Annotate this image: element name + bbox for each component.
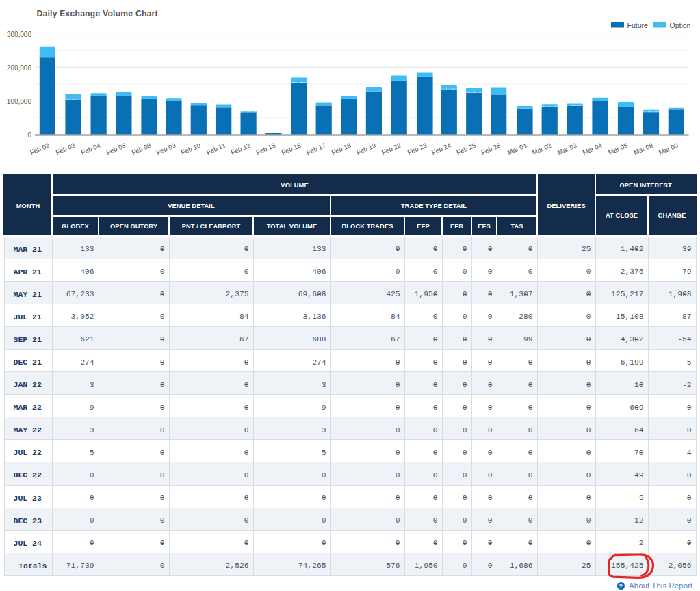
svg-text:Feb 15: Feb 15 bbox=[255, 142, 277, 157]
svg-text:Feb 08: Feb 08 bbox=[131, 142, 153, 157]
svg-text:Future: Future bbox=[627, 21, 649, 29]
svg-text:Feb 03: Feb 03 bbox=[55, 142, 77, 157]
svg-text:Feb 26: Feb 26 bbox=[480, 142, 502, 157]
svg-text:Feb 16: Feb 16 bbox=[281, 142, 302, 157]
svg-text:Feb 19: Feb 19 bbox=[355, 142, 377, 157]
svg-text:Mar 01: Mar 01 bbox=[506, 142, 528, 157]
svg-text:Option: Option bbox=[670, 21, 691, 29]
svg-text:300,000: 300,000 bbox=[7, 31, 32, 38]
svg-text:200,000: 200,000 bbox=[7, 64, 32, 72]
svg-text:Feb 12: Feb 12 bbox=[230, 142, 252, 157]
svg-text:Feb 25: Feb 25 bbox=[455, 142, 477, 157]
svg-text:Mar 04: Mar 04 bbox=[582, 142, 604, 157]
svg-text:Feb 17: Feb 17 bbox=[305, 142, 327, 157]
svg-text:Daily Exchange Volume Chart: Daily Exchange Volume Chart bbox=[37, 9, 158, 18]
svg-text:Feb 24: Feb 24 bbox=[430, 142, 452, 157]
svg-text:Mar 02: Mar 02 bbox=[531, 142, 553, 157]
svg-text:Feb 09: Feb 09 bbox=[155, 142, 177, 157]
svg-text:Feb 23: Feb 23 bbox=[406, 142, 428, 157]
svg-text:0: 0 bbox=[27, 131, 31, 139]
svg-text:Feb 22: Feb 22 bbox=[380, 142, 402, 157]
svg-text:100,000: 100,000 bbox=[7, 98, 32, 105]
svg-text:Feb 05: Feb 05 bbox=[105, 142, 127, 157]
svg-text:Feb 04: Feb 04 bbox=[80, 142, 102, 157]
svg-text:Feb 11: Feb 11 bbox=[205, 142, 226, 156]
svg-text:Mar 03: Mar 03 bbox=[556, 142, 578, 157]
svg-text:Mar 05: Mar 05 bbox=[607, 142, 629, 157]
svg-text:Mar 08: Mar 08 bbox=[632, 142, 654, 157]
svg-text:Feb 02: Feb 02 bbox=[29, 142, 51, 157]
svg-text:Feb 18: Feb 18 bbox=[330, 142, 352, 157]
svg-text:Mar 09: Mar 09 bbox=[658, 142, 679, 157]
svg-text:Feb 10: Feb 10 bbox=[180, 142, 202, 157]
